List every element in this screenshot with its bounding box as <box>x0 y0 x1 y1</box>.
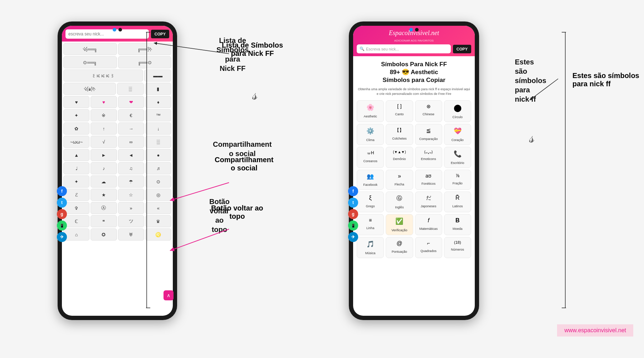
symbol-cell[interactable]: ♦ <box>145 96 171 108</box>
cat-label: Canto <box>395 112 404 116</box>
symbol-cell[interactable]: ꧁══╗ <box>63 43 117 55</box>
cat-coreanos[interactable]: ㅠH Coreanos <box>357 147 384 168</box>
cat-colchetes[interactable]: 【】 Colchetes <box>386 124 413 145</box>
cat-musica[interactable]: 🎵 Música <box>357 237 384 258</box>
cat-escritorio[interactable]: 📞 Escritório <box>444 147 471 168</box>
symbol-cell[interactable]: Ⓐ <box>91 202 117 214</box>
symbol-cell[interactable]: ∞ <box>118 136 144 148</box>
symbol-cell[interactable]: ⊙ <box>145 175 171 188</box>
cat-label: Japoneses <box>421 204 436 208</box>
cat-moeda[interactable]: B Moeda <box>444 214 471 235</box>
symbol-cell[interactable]: ™ <box>145 109 171 121</box>
left-search-input[interactable] <box>65 29 149 39</box>
symbol-cell[interactable]: ╔══꧂ <box>118 43 172 55</box>
symbol-cell[interactable]: ツ <box>118 215 144 227</box>
annotation-label-estes: Estes são símbolospara nick ff <box>572 72 639 88</box>
symbol-cell[interactable]: ► <box>91 149 117 161</box>
symbol-cell[interactable]: ♫ <box>118 162 144 174</box>
symbol-cell[interactable]: ✿ <box>63 122 89 135</box>
symbol-cell[interactable]: ♪ <box>91 162 117 174</box>
symbol-cell[interactable]: ↓ <box>145 122 171 135</box>
symbol-cell[interactable]: ℰ <box>63 189 89 201</box>
symbol-cell[interactable]: ● <box>145 149 171 161</box>
cat-ingles[interactable]: Ⓖ Inglês <box>386 192 413 212</box>
symbol-cell[interactable]: ★ <box>91 189 117 201</box>
symbol-cell[interactable]: ❝ <box>91 215 117 227</box>
right-copy-button[interactable]: COPY <box>453 45 471 53</box>
cat-clima[interactable]: ⚙️ Clima <box>357 124 384 145</box>
twitter-btn-left[interactable]: t <box>57 198 67 208</box>
symbol-cell[interactable]: ♌ <box>145 228 171 241</box>
telegram-btn-right[interactable]: ✈ <box>348 232 358 242</box>
symbol-cell[interactable]: ♥ <box>91 96 117 108</box>
symbol-cell[interactable]: ◎ <box>145 189 171 201</box>
symbol-cell[interactable]: « <box>145 202 171 214</box>
cat-foneticos[interactable]: aʊ Fonéticos <box>415 170 442 190</box>
google-btn-left[interactable]: g <box>57 209 67 219</box>
symbol-cell[interactable]: ↑ <box>91 122 117 135</box>
symbol-cell[interactable]: ▬▬ <box>144 69 171 82</box>
symbol-cell[interactable]: » <box>118 202 144 214</box>
twitter-btn-right[interactable]: t <box>348 198 358 208</box>
whatsapp-btn-left[interactable]: 📱 <box>57 221 67 231</box>
symbol-cell[interactable]: ░ <box>117 83 144 95</box>
symbol-cell[interactable]: ░ <box>145 136 171 148</box>
cat-flecha[interactable]: » Flecha <box>386 170 413 190</box>
symbol-cell[interactable]: ◄ <box>118 149 144 161</box>
symbol-cell[interactable]: ✪ <box>91 228 117 241</box>
symbol-cell[interactable]: ❤ <box>118 96 144 108</box>
symbol-cell[interactable]: ♛ <box>145 215 171 227</box>
cat-verificacao[interactable]: ✅ Verificação <box>386 214 413 235</box>
cat-numeros[interactable]: (18) Números <box>444 237 471 258</box>
cat-emoticons[interactable]: (ᴗ˳ᴗ) Emoticons <box>415 147 442 168</box>
google-btn-right[interactable]: g <box>348 209 358 219</box>
symbol-cell[interactable]: ℂ <box>63 215 89 227</box>
cat-fracao[interactable]: ⅞ Fração <box>444 170 471 190</box>
cat-demonio[interactable]: (▼▲▼) Demônio <box>386 147 413 168</box>
whatsapp-btn-right[interactable]: 📱 <box>348 221 358 231</box>
symbol-cell[interactable]: ▮ <box>145 83 172 95</box>
symbol-cell[interactable]: ꒰ꀘꀘꀘ꒱ <box>63 69 143 82</box>
cat-coracao[interactable]: 💝 Coração <box>444 124 471 145</box>
cat-canto[interactable]: [] Canto <box>386 100 413 122</box>
cat-japoneses[interactable]: だ Japoneses <box>415 192 442 212</box>
cat-matematicas[interactable]: f Matemáticas <box>415 214 442 235</box>
symbol-cell[interactable]: ╔══⊙ <box>118 56 172 68</box>
symbol-cell[interactable]: √ <box>91 136 117 148</box>
cat-facebook[interactable]: 👥 Facebook <box>357 170 384 190</box>
left-copy-button[interactable]: COPY <box>151 30 169 38</box>
cat-grego[interactable]: ξ Grego <box>357 192 384 212</box>
symbol-cell[interactable]: ⌂ <box>63 228 89 241</box>
symbol-cell[interactable]: ▲ <box>63 149 89 161</box>
symbol-cell[interactable]: ※ <box>91 109 117 121</box>
facebook-btn-right[interactable]: f <box>348 186 358 196</box>
symbol-cell[interactable]: ⊙══╗ <box>63 56 117 68</box>
symbol-cell[interactable]: ✦ <box>63 109 89 121</box>
cat-aesthetic[interactable]: 🌸 Aesthetic <box>357 100 384 122</box>
facebook-btn-left[interactable]: f <box>57 186 67 196</box>
cat-chinese[interactable]: ⊛ Chinese <box>415 100 442 122</box>
symbol-cell[interactable]: € <box>118 109 144 121</box>
symbol-cell[interactable]: ♩ <box>63 162 89 174</box>
symbol-cell[interactable]: ☂ <box>118 175 144 188</box>
symbol-cell[interactable]: ♥ <box>63 96 89 108</box>
cat-comparacao[interactable]: ≦ Comparação <box>415 124 442 145</box>
symbol-cell[interactable]: ꧁♛꧂ <box>63 83 116 95</box>
cat-quadrados[interactable]: ⌐ Quadrados <box>415 237 442 258</box>
back-to-top-button[interactable]: ∧ <box>164 290 174 300</box>
right-header-sub: ADICIONAR AOS FAVORITOS <box>357 39 471 42</box>
symbol-cell[interactable]: ☁ <box>91 175 117 188</box>
cat-pontuacao[interactable]: @ Pontuação <box>386 237 413 258</box>
symbol-cell[interactable]: ✞ <box>63 202 89 214</box>
symbol-cell[interactable]: → <box>118 122 144 135</box>
symbol-cell[interactable]: ☆ <box>118 189 144 201</box>
cat-linha[interactable]: ≡ Linha <box>357 214 384 235</box>
cat-latinos[interactable]: Ř Latinos <box>444 192 471 212</box>
right-search-box[interactable]: 🔍 Escreva seu nick... <box>357 44 451 53</box>
telegram-btn-left[interactable]: ✈ <box>57 232 67 242</box>
symbol-cell[interactable]: ♬ <box>145 162 171 174</box>
symbol-cell[interactable]: ✦ <box>63 175 89 188</box>
symbol-cell[interactable]: ♅ <box>118 228 144 241</box>
symbol-cell[interactable]: ~ωω~ <box>63 136 89 148</box>
cat-circulo[interactable]: ⬤ Círculo <box>444 100 471 122</box>
